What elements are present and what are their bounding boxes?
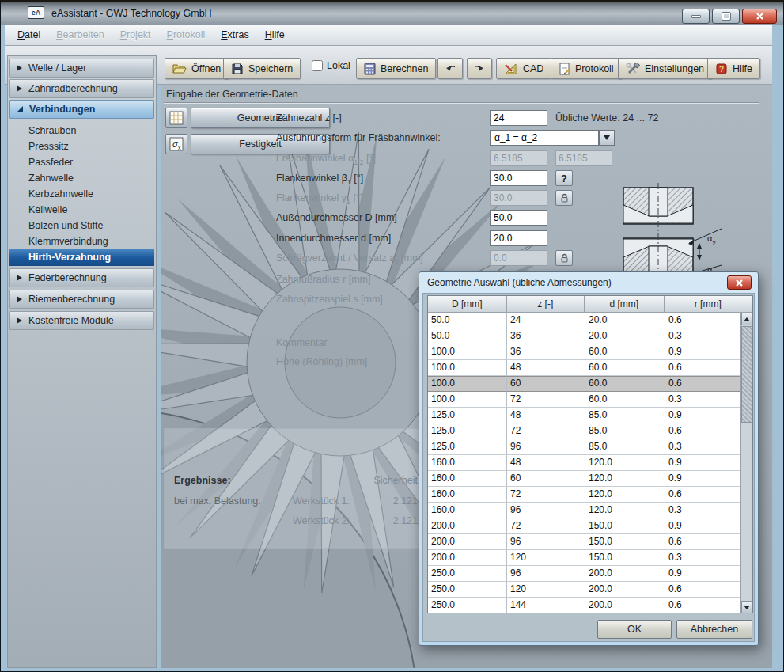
menu-extras[interactable]: Extras [213, 26, 256, 44]
sidebar-item-passfeder[interactable]: Passfeder [9, 154, 154, 170]
geometry-table-body: 50.0 24 20.0 0.6 50.0 36 20.0 0.3 100.0 [428, 313, 742, 613]
table-row[interactable]: 160.0 60 120.0 0.9 [428, 471, 742, 487]
table-row[interactable]: 100.0 48 60.0 0.6 [428, 360, 742, 376]
table-row[interactable]: 125.0 96 85.0 0.3 [428, 439, 742, 455]
tooth-count-input[interactable] [490, 110, 547, 126]
scrollbar-thumb[interactable] [741, 326, 752, 423]
save-icon [231, 63, 244, 75]
workpiece-1-value: 2.121 [362, 495, 418, 507]
tip-clearance-label: Zahnspitzenspiel s [mm] [276, 294, 383, 305]
offset-lock-button[interactable] [555, 250, 573, 266]
table-row[interactable]: 250.0 96 200.0 0.9 [428, 566, 742, 582]
maximize-button[interactable] [712, 9, 740, 24]
column-header-D[interactable]: D [mm] [428, 296, 507, 313]
sidebar-group-kostenfreie-module[interactable]: Kostenfreie Module [9, 311, 154, 330]
undo-button[interactable] [437, 58, 463, 79]
minimize-button[interactable] [682, 9, 710, 24]
table-cell: 0.3 [665, 328, 742, 344]
sidebar-group-zahnradberechnung[interactable]: Zahnradberechnung [9, 79, 154, 98]
close-icon [736, 279, 743, 287]
sidebar-item-bolzen-und-stifte[interactable]: Bolzen und Stifte [9, 218, 154, 233]
milling-angle-input-1 [490, 150, 547, 166]
undo-icon [445, 63, 455, 74]
dialog-close-button[interactable] [727, 275, 752, 290]
table-row[interactable]: 200.0 96 150.0 0.6 [428, 534, 742, 550]
table-row[interactable]: 250.0 144 200.0 0.6 [428, 598, 742, 613]
table-cell: 200.0 [428, 518, 507, 534]
protocol-button[interactable]: Protokoll [551, 58, 622, 79]
sidebar-item-keilwelle[interactable]: Keilwelle [9, 202, 154, 218]
column-header-r[interactable]: r [mm] [665, 296, 752, 313]
arrow-down-icon [744, 606, 750, 609]
local-checkbox[interactable] [312, 60, 323, 71]
settings-button[interactable]: Einstellungen [618, 58, 712, 79]
sidebar-item-schrauben[interactable]: Schrauben [9, 123, 154, 139]
column-header-d[interactable]: d [mm] [585, 296, 665, 313]
outer-diameter-input[interactable] [490, 210, 547, 226]
flank-angle-gamma-lock-button[interactable] [555, 190, 573, 206]
table-scrollbar[interactable] [740, 313, 752, 613]
workpiece-2-label: Werkstück 2: [293, 515, 350, 526]
table-row[interactable]: 200.0 72 150.0 0.9 [428, 518, 742, 534]
table-row[interactable]: 160.0 48 120.0 0.9 [428, 455, 742, 471]
column-header-z[interactable]: z [-] [507, 296, 585, 313]
table-cell: 0.6 [665, 598, 742, 613]
sidebar-item-kerbzahnwelle[interactable]: Kerbzahnwelle [9, 186, 154, 202]
table-row[interactable]: 50.0 36 20.0 0.3 [428, 328, 742, 344]
table-row[interactable]: 50.0 24 20.0 0.6 [428, 313, 742, 328]
inner-diameter-input[interactable] [490, 230, 547, 246]
sidebar-item-klemmverbindung[interactable]: Klemmverbindung [9, 233, 154, 249]
close-button[interactable] [742, 9, 777, 24]
form-type-dropdown-button[interactable] [599, 130, 615, 146]
table-row[interactable]: 100.0 60 60.0 0.6 [428, 376, 742, 392]
sidebar-item-zahnwelle[interactable]: Zahnwelle [9, 170, 154, 186]
section-title: Eingabe der Geometrie-Daten [166, 89, 298, 100]
table-cell: 150.0 [585, 550, 665, 566]
table-row[interactable]: 125.0 72 85.0 0.6 [428, 423, 742, 439]
save-button[interactable]: Speichern [223, 58, 301, 79]
table-cell: 100.0 [428, 376, 507, 392]
results-panel: Ergebnisse: Sicherheit bei max. Belastun… [164, 428, 426, 549]
table-cell: 60.0 [585, 392, 665, 408]
scroll-down-button[interactable] [741, 601, 752, 613]
cancel-button[interactable]: Abbrechen [676, 620, 752, 639]
table-row[interactable]: 160.0 96 120.0 0.3 [428, 503, 742, 518]
table-cell: 50.0 [428, 328, 507, 344]
sidebar-item-hirth-verzahnung[interactable]: Hirth-Verzahnung [9, 249, 154, 266]
table-row[interactable]: 250.0 120 200.0 0.6 [428, 582, 742, 598]
tooth-count-label: Zähnezahl z [-] [276, 112, 342, 123]
table-cell: 60.0 [585, 376, 665, 392]
table-row[interactable]: 125.0 48 85.0 0.9 [428, 408, 742, 423]
table-row[interactable]: 100.0 36 60.0 0.9 [428, 344, 742, 360]
table-cell: 150.0 [585, 534, 665, 550]
workpiece-2-value: 2.121 [362, 515, 418, 526]
table-cell: 100.0 [428, 344, 507, 360]
table-cell: 72 [507, 392, 585, 408]
sidebar-group-verbindungen[interactable]: Verbindungen [9, 100, 154, 119]
cad-button[interactable]: CAD [496, 58, 551, 79]
help-button[interactable]: ? Hilfe [707, 58, 760, 79]
table-cell: 0.6 [665, 582, 742, 598]
sidebar-group-welle-lager[interactable]: Welle / Lager [9, 59, 154, 78]
ok-button[interactable]: OK [597, 620, 672, 639]
flank-angle-beta-input[interactable] [490, 170, 547, 186]
redo-button[interactable] [467, 58, 492, 79]
menu-hilfe[interactable]: Hilfe [257, 26, 293, 44]
flank-angle-help-button[interactable]: ? [555, 170, 573, 186]
table-cell: 0.9 [665, 344, 742, 360]
root-radius-label: Zahnfußradius r [mm] [276, 274, 370, 285]
lock-icon [560, 253, 569, 263]
table-row[interactable]: 100.0 72 60.0 0.3 [428, 392, 742, 408]
table-header: D [mm] z [-] d [mm] r [mm] [428, 296, 752, 313]
table-row[interactable]: 200.0 120 150.0 0.3 [428, 550, 742, 566]
sidebar-item-presssitz[interactable]: Presssitz [9, 139, 154, 154]
sidebar-group-riemenberechnung[interactable]: Riemenberechnung [9, 290, 154, 309]
open-button[interactable]: Öffnen [165, 58, 229, 79]
form-type-select[interactable]: α_1 = α_2 [490, 130, 599, 146]
menu-datei[interactable]: Datei [9, 26, 48, 44]
app-window: eA eAssistant - GWJ Technology GmbH Date… [0, 0, 784, 672]
scroll-up-button[interactable] [741, 313, 752, 325]
table-row[interactable]: 160.0 72 120.0 0.6 [428, 487, 742, 503]
calculate-button[interactable]: Berechnen [356, 58, 436, 79]
sidebar-group-federberechnung[interactable]: Federberechnung [9, 268, 154, 287]
